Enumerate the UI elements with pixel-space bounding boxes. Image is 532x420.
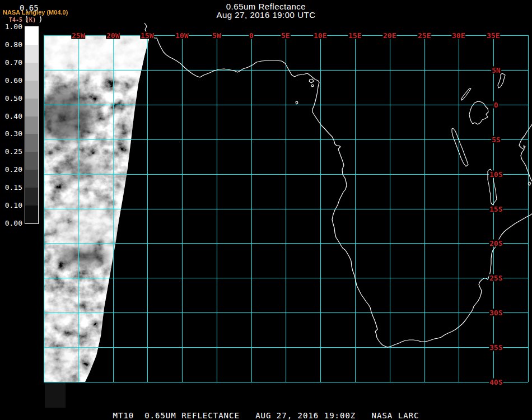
lat-label: 0 [493, 101, 499, 109]
lake-outline [311, 85, 314, 87]
lake-outline [461, 88, 471, 100]
colorbar-segment [25, 81, 38, 99]
coastline-path [519, 124, 532, 182]
colorbar-tick-label: 0.40 [1, 111, 22, 120]
credit-label: NASA Langley (M04.0) [3, 9, 68, 16]
lat-label: 15S [489, 206, 503, 213]
lake-outline [524, 146, 525, 148]
colorbar-tick-label: 0.15 [1, 183, 22, 192]
colorbar-segment [25, 170, 38, 188]
lon-label: 20E [382, 32, 396, 39]
colorbar-tick-label: 0.60 [1, 76, 22, 84]
swath-remnant [45, 382, 66, 408]
colorbar-tick-label: 0.70 [1, 58, 22, 66]
lon-label: 30E [451, 32, 465, 39]
lake-outline [498, 73, 505, 88]
colorbar-segment [25, 134, 38, 152]
lon-label: 15E [348, 32, 362, 39]
lon-label: 10W [175, 32, 189, 39]
colorbar-tick-label: 0.10 [1, 201, 22, 209]
footer-caption: MT10 0.65UM REFLECTANCE AUG 27, 2016 19:… [0, 411, 532, 420]
coastline-path [144, 23, 532, 347]
satellite-product-page: 0.65 NASA Langley (M04.0) ( ) T4-5 (K) 0… [0, 0, 532, 420]
page-subtitle: Aug 27, 2016 19:00 UTC [0, 10, 532, 20]
colorbar-segment [25, 206, 38, 223]
lon-label: 20W [106, 32, 120, 39]
colorbar-tick-label: 0.30 [1, 129, 22, 138]
reflectance-colorbar [25, 26, 39, 224]
lon-label: 15W [140, 32, 154, 39]
colorbar-segment [25, 63, 38, 81]
colorbar-segment [25, 152, 38, 170]
colorbar-segment [25, 116, 38, 134]
colorbar-tick-label: 0.00 [1, 219, 22, 227]
colorbar-segment [25, 45, 38, 63]
lake-outline [528, 182, 531, 185]
lon-label: 10E [313, 32, 327, 39]
coastlines [144, 23, 532, 347]
lat-label: 25S [489, 274, 503, 282]
map-canvas [0, 0, 532, 420]
colorbar-segment [25, 99, 38, 116]
lat-label: 30S [489, 309, 503, 316]
lake-outline [452, 128, 468, 166]
lon-label: 25W [71, 32, 85, 39]
lat-label: 5S [491, 136, 501, 143]
colorbar-segment [25, 27, 38, 45]
satellite-image-swath [32, 31, 157, 389]
lat-label: 10S [489, 171, 503, 178]
lon-label: 5W [212, 32, 222, 39]
colorbar-tick-label: 0.80 [1, 40, 22, 48]
lat-label: 5N [491, 67, 501, 74]
lon-label: 25E [417, 32, 431, 39]
lat-label: 40S [489, 379, 503, 386]
lat-label: 35S [489, 344, 503, 351]
colorbar-tick-label: 0.50 [1, 94, 22, 102]
lake-outline [296, 101, 298, 104]
lat-label: 20S [489, 240, 503, 247]
colorbar-tick-label: 0.25 [1, 147, 22, 156]
lake-outline [309, 79, 314, 83]
lon-label: 35E [486, 32, 500, 39]
colorbar-tick-label: 0.20 [1, 165, 22, 174]
lon-label: 0 [249, 32, 254, 39]
secondary-param-label: T4-5 (K) [9, 17, 36, 23]
colorbar-segment [25, 188, 38, 206]
colorbar-tick-label: 1.00 [1, 22, 22, 31]
lon-label: 5E [281, 32, 291, 39]
